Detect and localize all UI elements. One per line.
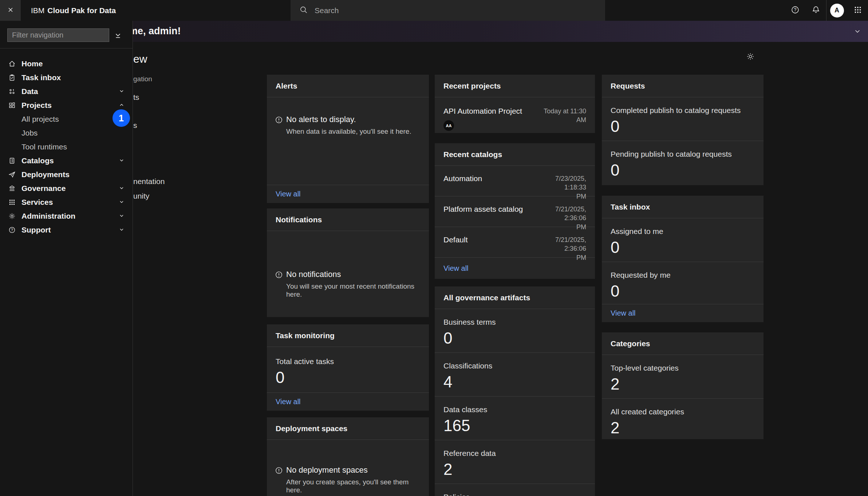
metric-value: 0 [611,239,755,255]
deployment-spaces-empty-title: No deployment spaces [286,465,421,475]
sidebar-item-data[interactable]: Data [0,85,133,98]
sidebar-item-tool-runtimes[interactable]: Tool runtimes [0,140,133,154]
governance-metric[interactable]: Business terms 0 [435,309,595,353]
metric-value: 2 [611,420,755,436]
chevron-down-icon[interactable] [854,28,861,36]
project-row[interactable]: API Automation Project AA Today at 11:30… [435,97,595,131]
metric-label: Total active tasks [276,357,420,366]
task-inbox-view-all-link[interactable]: View all [611,309,636,317]
alerts-view-all-link[interactable]: View all [276,190,301,198]
info-icon [275,271,283,279]
metric-value: 0 [611,283,755,299]
recent-catalogs-card: Recent catalogs Automation 7/23/2025, 1:… [435,143,595,279]
task-inbox-card-title: Task inbox [602,196,764,218]
metric-label: Top-level categories [611,364,755,372]
help-button[interactable]: ? [785,0,805,21]
metric-label: Classifications [443,362,586,370]
settings-gear-icon[interactable] [746,52,754,62]
help-icon: ? [791,5,800,16]
chevron-down-icon[interactable] [119,88,125,94]
global-search[interactable] [291,0,605,21]
sidebar-item-home[interactable]: Home [0,57,133,71]
app-window: Welcome, admin! ew gation ts s nentation… [0,0,868,496]
svg-text:?: ? [11,228,13,232]
chevron-down-icon[interactable] [119,199,125,205]
catalog-row[interactable]: Automation 7/23/2025, 1:18:33 PM [435,166,595,196]
link-fragment: gation [133,75,152,83]
collapse-nav-icon[interactable] [114,31,122,39]
governance-metric[interactable]: Data classes 165 [435,397,595,440]
task-monitoring-metric: Total active tasks 0 [267,347,429,392]
profile-button[interactable]: A [826,0,847,21]
deployments-icon [8,171,16,178]
requests-metric[interactable]: Completed publish to catalog requests 0 [602,97,764,141]
chevron-down-icon[interactable] [119,213,125,219]
notifications-card: Notifications No notifications You will … [267,208,429,317]
sidebar-item-projects[interactable]: Projects [0,98,133,112]
app-brand: IBM Cloud Pak for Data [31,0,116,21]
svg-text:?: ? [794,7,796,12]
catalog-name[interactable]: Platform assets catalog [443,205,523,227]
metric-value: 2 [443,461,586,477]
catalog-timestamp: 7/21/2025, 2:36:06 PM [555,205,586,227]
task-monitoring-view-all-link[interactable]: View all [276,398,301,406]
sidebar-item-jobs[interactable]: Jobs [0,126,133,140]
sidebar-item-support[interactable]: ? Support [0,223,133,237]
chevron-down-icon[interactable] [119,185,125,191]
catalog-row[interactable]: Platform assets catalog 7/21/2025, 2:36:… [435,196,595,227]
close-nav-button[interactable] [0,0,21,21]
task-inbox-metric[interactable]: Assigned to me 0 [602,218,764,262]
chevron-down-icon[interactable] [119,227,125,233]
projects-icon [8,102,16,109]
sidebar-item-services[interactable]: Services [0,195,133,209]
info-icon [275,466,283,474]
categories-metric[interactable]: Top-level categories 2 [602,355,764,399]
all-projects-count-badge[interactable]: 1 [113,109,130,127]
recent-catalogs-view-all-link[interactable]: View all [443,264,469,273]
link-fragment: unity [133,192,149,200]
brand-prefix: IBM [31,6,44,15]
app-header: IBM Cloud Pak for Data ? A [0,0,868,21]
task-inbox-metric[interactable]: Requested by me 0 [602,262,764,306]
governance-metric[interactable]: Classifications 4 [435,353,595,397]
task-monitoring-card: Task monitoring Total active tasks 0 Vie… [267,324,429,411]
avatar: A [830,4,844,17]
catalog-row[interactable]: Default 7/21/2025, 2:36:06 PM [435,227,595,258]
categories-metric[interactable]: All created categories 2 [602,399,764,442]
catalogs-icon [8,157,16,164]
alerts-empty-title: No alerts to display. [286,115,411,124]
metric-label: Business terms [443,318,586,327]
catalog-name[interactable]: Default [443,235,468,257]
governance-metric[interactable]: Policies [435,484,595,496]
brand-name: Cloud Pak for Data [47,6,116,15]
sidebar-item-administration[interactable]: Administration [0,209,133,223]
governance-metric[interactable]: Reference data 2 [435,440,595,484]
alerts-card: Alerts No alerts to display. When data i… [267,75,429,203]
notifications-button[interactable] [805,0,826,21]
metric-label: Completed publish to catalog requests [611,106,755,115]
requests-metric[interactable]: Pending publish to catalog requests 0 [602,141,764,185]
sidebar-item-catalogs[interactable]: Catalogs [0,154,133,168]
sidebar-item-governance[interactable]: Governance [0,181,133,195]
close-icon [7,6,14,15]
sidebar-item-task-inbox[interactable]: Task inbox [0,71,133,85]
notifications-card-title: Notifications [267,208,429,231]
categories-card-title: Categories [602,332,764,355]
catalog-name[interactable]: Automation [443,174,482,196]
requests-card: Requests Completed publish to catalog re… [602,75,764,185]
requests-card-title: Requests [602,75,764,97]
project-name[interactable]: API Automation Project [443,107,522,116]
sidebar-item-deployments[interactable]: Deployments [0,168,133,181]
metric-value: 0 [611,162,755,178]
filter-navigation-input[interactable] [7,28,109,42]
chevron-down-icon[interactable] [119,157,125,163]
deployment-spaces-empty-state: No deployment spaces After you create sp… [267,465,429,494]
link-fragment: ts [133,93,139,102]
metric-label: Requested by me [611,271,755,280]
notifications-empty-state: No notifications You will see your most … [267,270,429,298]
app-switcher-button[interactable] [847,0,868,21]
catalog-timestamp: 7/21/2025, 2:36:06 PM [555,235,586,257]
search-input[interactable] [314,6,591,15]
chevron-up-icon[interactable] [119,102,125,108]
metric-label: Assigned to me [611,227,755,236]
